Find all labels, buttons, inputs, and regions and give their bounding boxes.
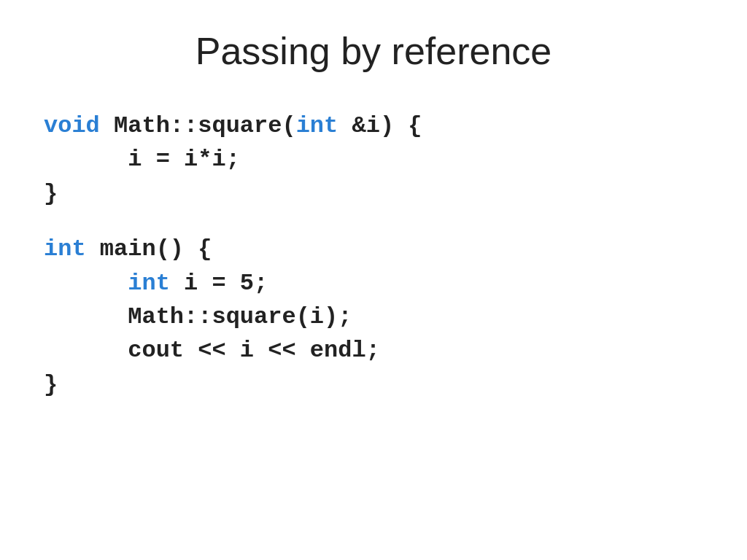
code-section-1: void Math::square(int &i) { i = i*i; } [44,109,422,211]
code-text-9: cout << i << endl; [44,337,380,364]
code-text-8: Math::square(i); [44,303,352,330]
code-block: void Math::square(int &i) { i = i*i; } i… [44,109,422,424]
keyword-void: void [44,112,100,139]
code-line-3: } [44,177,422,211]
code-line-7: cout << i << endl; [44,334,422,368]
keyword-int-2: int [44,236,86,262]
code-text-4: } [44,180,58,207]
code-text-2: &i) { [338,112,422,139]
code-line-1: void Math::square(int &i) { [44,109,422,143]
slide-title: Passing by reference [44,29,703,73]
code-line-6: Math::square(i); [44,300,422,334]
code-line-5: int i = 5; [44,267,422,300]
code-text-10: } [44,371,58,398]
keyword-int-1: int [296,112,338,139]
slide: Passing by reference void Math::square(i… [0,0,747,560]
code-line-8: } [44,368,422,402]
code-text-7: i = 5; [170,270,268,297]
code-line-2: i = i*i; [44,143,422,176]
code-text-1: Math::square( [100,112,296,139]
code-section-2: int main() { int i = 5; Math::square(i);… [44,233,422,402]
keyword-int-3: int [128,270,170,297]
code-text-6 [44,270,128,297]
code-line-4: int main() { [44,233,422,266]
code-text-5: main() { [86,236,212,262]
code-text-3: i = i*i; [44,146,240,173]
